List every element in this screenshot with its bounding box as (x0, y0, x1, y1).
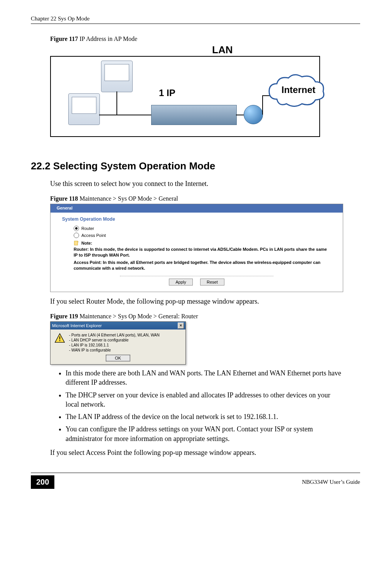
ie-line: - LAN IP is 192.168.1.1 (69, 343, 160, 348)
figure-119-caption: Figure 119 Maintenance > Sys Op Mode > G… (50, 313, 360, 320)
figure-118-caption: Figure 118 Maintenance > Sys OP Mode > G… (50, 195, 360, 202)
after-bullets-text: If you select Access Point the following… (50, 448, 360, 457)
network-wire (116, 91, 117, 115)
diagram-lan-label: LAN (212, 44, 391, 56)
tab-bar: General (51, 204, 343, 213)
network-wire (116, 115, 151, 115)
list-item: You can configure the IP address setting… (66, 424, 345, 443)
figure-119-title: Maintenance > Sys Op Mode > General: Rou… (78, 313, 198, 319)
pc-icon (68, 93, 100, 125)
network-wire (262, 95, 263, 115)
note-router-text: Router: In this mode, the device is supp… (51, 246, 343, 259)
list-item: The LAN IP address of the device on the … (66, 412, 345, 421)
page-footer: 200 NBG334W User’s Guide (31, 473, 360, 489)
diagram-1ip-label: 1 IP (159, 88, 175, 98)
radio-ap-input[interactable] (74, 233, 79, 238)
section-22-2-heading: 22.2 Selecting System Operation Mode (31, 160, 360, 172)
modem-icon (244, 105, 263, 124)
warning-icon: ! (54, 333, 65, 343)
page-number: 200 (31, 475, 54, 489)
after-fig118-text: If you select Router Mode, the following… (50, 297, 360, 306)
internet-label: Internet (281, 84, 315, 95)
note-ap-text: Access Point: In this mode, all Ethernet… (51, 259, 343, 272)
radio-ap-label: Access Point (81, 233, 106, 238)
router-icon (151, 105, 237, 125)
note-label: Note: (81, 241, 92, 245)
radio-router-input[interactable] (74, 226, 79, 231)
tab-general[interactable]: General (53, 205, 76, 211)
guide-name: NBG334W User’s Guide (302, 479, 360, 485)
ie-popup-message: - Ports are LAN (4 Ethernet LAN ports), … (69, 333, 160, 353)
pc-icon (101, 61, 133, 92)
ok-button[interactable]: OK (106, 355, 130, 361)
panel-heading: System Operation Mode (51, 213, 343, 225)
figure-118-title: Maintenance > Sys OP Mode > General (78, 195, 178, 202)
ie-line: - Ports are LAN (4 Ethernet LAN ports), … (69, 333, 160, 338)
list-item: The DHCP server on your device is enable… (66, 390, 345, 409)
close-icon[interactable]: × (178, 323, 184, 329)
section-intro-text: Use this screen to select how you connec… (50, 179, 360, 188)
svg-rect-0 (74, 241, 78, 245)
apply-button[interactable]: Apply (169, 279, 193, 286)
note-row: Note: (51, 239, 343, 246)
bullet-list: In this mode there are both LAN and WAN … (58, 368, 360, 443)
note-icon (74, 240, 79, 246)
figure-119-number: Figure 119 (50, 313, 78, 319)
divider (120, 276, 273, 276)
figure-117-number: Figure 117 (50, 35, 78, 42)
ie-popup-titlebar: Microsoft Internet Explorer × (51, 322, 185, 329)
figure-117-diagram: 1 IP Internet (50, 56, 320, 137)
network-wire (236, 115, 244, 115)
ie-popup-title: Microsoft Internet Explorer (52, 323, 102, 328)
ie-line: - WAN IP is configurable (69, 348, 160, 353)
running-header: Chapter 22 Sys Op Mode (31, 15, 360, 24)
radio-ap-row[interactable]: Access Point (51, 232, 343, 239)
radio-router-label: Router (81, 226, 94, 231)
figure-118-number: Figure 118 (50, 195, 78, 202)
ie-line: - LAN DHCP server is configurable (69, 338, 160, 343)
figure-117-caption: Figure 117 IP Address in AP Mode (50, 35, 360, 42)
sys-op-mode-general-screenshot: General System Operation Mode Router Acc… (50, 204, 343, 292)
figure-117-title: IP Address in AP Mode (78, 35, 137, 42)
list-item: In this mode there are both LAN and WAN … (66, 368, 345, 387)
network-wire (99, 115, 116, 115)
radio-router-row[interactable]: Router (51, 225, 343, 232)
ie-popup: Microsoft Internet Explorer × ! - Ports … (50, 321, 186, 365)
svg-text:!: ! (59, 336, 61, 342)
reset-button[interactable]: Reset (200, 279, 224, 286)
